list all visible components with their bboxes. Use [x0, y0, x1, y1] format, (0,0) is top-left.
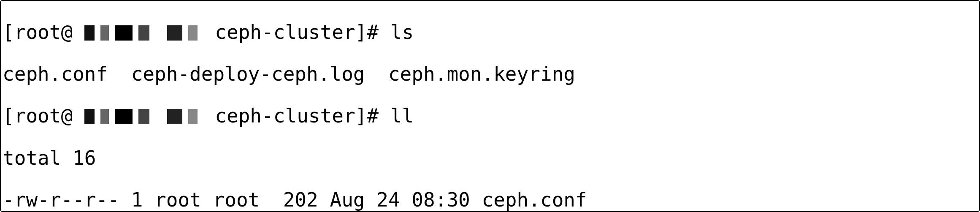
command-ll: ll [390, 104, 414, 127]
ll-total-line: total 16 [3, 148, 977, 169]
command-ls: ls [390, 21, 414, 43]
ll-row-0: -rw-r--r-- 1 root root 202 Aug 24 08:30 … [3, 190, 977, 211]
ls-output-line: ceph.conf ceph-deploy-ceph.log ceph.mon.… [3, 64, 977, 85]
prompt-line-1: [root@ ceph-cluster]# ls [3, 22, 977, 43]
hostname-censored-icon [84, 24, 203, 39]
prompt-suffix: ceph-cluster]# [203, 104, 390, 127]
prompt-line-2: [root@ ceph-cluster]# ll [3, 106, 977, 127]
prompt-suffix: ceph-cluster]# [203, 21, 390, 43]
terminal-window[interactable]: [root@ ceph-cluster]# ls ceph.conf ceph-… [0, 0, 980, 212]
prompt-prefix: [root@ [3, 21, 84, 43]
prompt-prefix: [root@ [3, 104, 84, 127]
hostname-censored-icon [84, 107, 203, 122]
